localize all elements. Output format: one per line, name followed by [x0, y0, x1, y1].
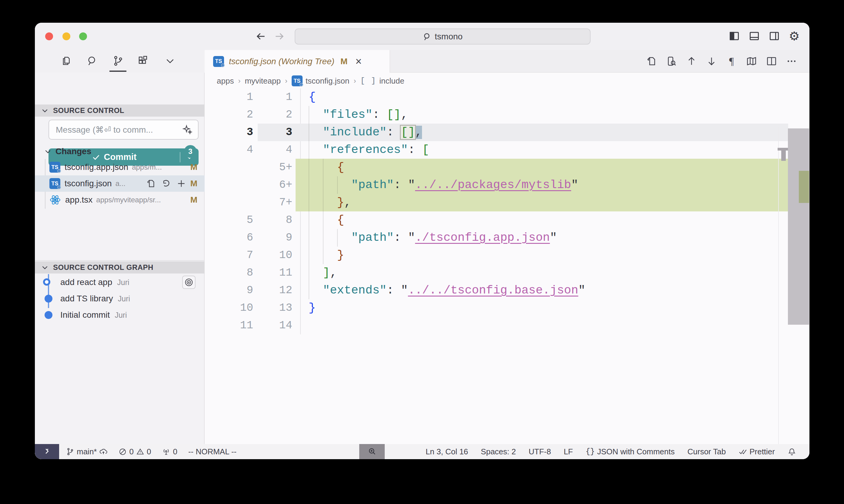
inline-view-icon[interactable] [666, 55, 677, 67]
modified-badge: M [190, 162, 197, 172]
ts-icon: TS⚙ [49, 162, 60, 173]
navigate-back-icon[interactable] [255, 31, 266, 42]
line-number-modified: 7+ [256, 194, 292, 211]
tab-tsconfig-working-tree[interactable]: TS⚙ tsconfig.json (Working Tree) M × [205, 50, 390, 73]
line-number-modified: 13 [256, 299, 292, 317]
line-number-modified: 14 [256, 317, 292, 335]
tab-mode-item[interactable]: Cursor Tab [688, 447, 726, 456]
zoom-indicator[interactable] [359, 444, 385, 459]
split-editor-icon[interactable] [766, 55, 777, 67]
code-line[interactable]: 1013} [205, 299, 809, 317]
code-line[interactable]: 22 "files": [], [205, 106, 809, 124]
formatter-item[interactable]: Prettier [739, 447, 775, 456]
line-number-original: 1 [205, 88, 253, 106]
code-line[interactable]: 710 } [205, 247, 809, 264]
extensions-icon[interactable] [133, 52, 153, 70]
explorer-icon[interactable] [56, 52, 76, 70]
problems-status-item[interactable]: 0 0 [119, 447, 151, 456]
checkout-action-button[interactable] [182, 276, 195, 289]
breadcrumb: apps›myviteapp›TS⚙tsconfig.json›[ ]inclu… [205, 73, 809, 88]
scm-file-row[interactable]: TS⚙tsconfig.app.jsonapps/m...M [35, 159, 205, 175]
language-mode-item[interactable]: {}JSON with Comments [586, 447, 675, 456]
navigate-forward-icon[interactable] [274, 31, 285, 42]
ports-status-item[interactable]: 0 [162, 447, 177, 456]
vim-mode-indicator[interactable]: -- NORMAL -- [188, 447, 237, 456]
line-number-modified: 8 [256, 211, 292, 229]
traffic-light-maximize[interactable] [79, 32, 87, 40]
code-line[interactable]: 811 ], [205, 264, 809, 282]
notifications-bell-icon[interactable] [788, 447, 796, 456]
commit-message: add TS library [60, 294, 113, 304]
discard-icon[interactable] [161, 179, 171, 188]
line-number-original: 11 [205, 317, 253, 335]
command-center-search[interactable]: tsmono [295, 29, 590, 44]
stage-icon[interactable] [176, 179, 186, 188]
code-line[interactable]: 1114 [205, 317, 809, 335]
eol-item[interactable]: LF [564, 447, 573, 456]
branch-status-item[interactable]: main* [66, 447, 108, 456]
toggle-secondary-sidebar-icon[interactable] [768, 30, 780, 42]
whitespace-icon[interactable]: ¶ [726, 55, 737, 67]
branch-name: main* [77, 447, 97, 456]
breadcrumb-separator: › [354, 77, 356, 85]
open-changes-icon[interactable] [646, 55, 657, 67]
code-text: } [309, 247, 344, 264]
traffic-light-minimize[interactable] [63, 32, 70, 40]
remote-indicator[interactable] [35, 444, 59, 459]
code-line[interactable]: 912 "extends": "../../tsconfig.base.json… [205, 282, 809, 299]
scm-file-row[interactable]: app.tsxapps/myviteapp/sr...M [35, 192, 205, 208]
commit-row[interactable]: add TS libraryJuri [35, 290, 205, 307]
open-file-icon[interactable] [146, 179, 156, 188]
changes-group-header[interactable]: Changes 3 [35, 145, 205, 158]
code-line[interactable]: 7+ }, [205, 194, 809, 211]
gear-icon: ⚙ [299, 82, 304, 88]
commit-author: Juri [115, 311, 127, 320]
chevron-down-icon[interactable] [160, 52, 180, 70]
source-control-icon[interactable] [108, 52, 127, 70]
more-actions-icon[interactable] [786, 55, 797, 67]
toggle-primary-sidebar-icon[interactable] [728, 30, 740, 42]
code-line[interactable]: 11{ [205, 88, 809, 106]
breadcrumb-item-tsconfig.json[interactable]: TS⚙tsconfig.json [292, 75, 349, 86]
breadcrumb-label: tsconfig.json [306, 76, 349, 86]
traffic-light-close[interactable] [45, 32, 53, 40]
cursor-position-item[interactable]: Ln 3, Col 16 [426, 447, 468, 456]
next-change-icon[interactable] [706, 55, 717, 67]
line-number-original: 9 [205, 282, 253, 299]
encoding-item[interactable]: UTF-8 [529, 447, 551, 456]
toggle-panel-icon[interactable] [748, 30, 760, 42]
code-line[interactable]: 58 { [205, 211, 809, 229]
code-line[interactable]: 33 "include": [], [205, 124, 809, 141]
ports-count: 0 [173, 447, 177, 456]
sidebar: SOURCE CONTROL Message (⌘⏎ to comm... Co… [35, 50, 205, 444]
source-control-graph-header[interactable]: SOURCE CONTROL GRAPH [35, 262, 205, 273]
close-icon[interactable]: × [355, 56, 362, 67]
search-icon[interactable] [83, 52, 102, 70]
code-line[interactable]: 44 "references": [ [205, 141, 809, 159]
code-line[interactable]: 6+ "path": "../../packages/mytslib" [205, 176, 809, 194]
changes-count-badge: 3 [184, 145, 197, 158]
previous-change-icon[interactable] [686, 55, 697, 67]
scrollbar[interactable] [788, 128, 809, 325]
code-line[interactable]: 69 "path": "./tsconfig.app.json" [205, 229, 809, 247]
code-line[interactable]: 5+ { [205, 159, 809, 176]
breadcrumb-item-include[interactable]: [ ]include [360, 76, 404, 86]
diff-editor[interactable]: 11{22 "files": [],33 "include": [],44 "r… [205, 88, 809, 444]
sparkle-icon[interactable] [182, 125, 192, 135]
activity-bar [35, 50, 205, 73]
section-divider[interactable] [35, 260, 205, 261]
ts-icon: TS⚙ [49, 178, 60, 189]
scm-file-row[interactable]: TS⚙tsconfig.jsona...M [35, 175, 205, 192]
breadcrumb-item-apps[interactable]: apps [217, 76, 234, 86]
map-icon[interactable] [746, 55, 757, 67]
indentation-item[interactable]: Spaces: 2 [481, 447, 516, 456]
breadcrumb-item-myviteapp[interactable]: myviteapp [245, 76, 281, 86]
modified-badge: M [341, 57, 347, 66]
section-title: SOURCE CONTROL GRAPH [53, 263, 153, 272]
commit-message-input[interactable]: Message (⌘⏎ to comm... [49, 120, 199, 140]
commit-row[interactable]: Initial commitJuri [35, 307, 205, 323]
source-control-section-header[interactable]: SOURCE CONTROL [35, 105, 205, 116]
line-number-original: 8 [205, 264, 253, 282]
commit-row[interactable]: add react appJuri [35, 274, 205, 290]
settings-gear-icon[interactable]: ⚙ [788, 30, 800, 42]
